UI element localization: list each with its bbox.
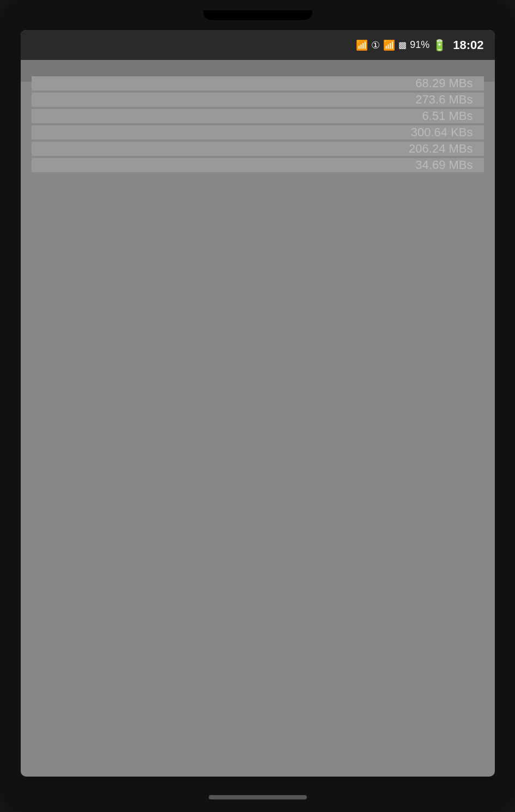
notification-icon: ① <box>371 39 380 51</box>
bg-list-item-1: 68.29 MBs <box>32 76 484 90</box>
wifi-icon: 📶 <box>356 39 368 51</box>
battery-icon: 🔋 <box>433 39 446 52</box>
bg-content: 68.29 MBs 273.6 MBs 6.51 MBs 300.64 KBs … <box>21 60 495 82</box>
screen: 📶 ① 📶 ▩ 91% 🔋 18:02 68.29 MBs 273.6 MBs … <box>21 30 495 777</box>
bottom-bar <box>0 782 515 812</box>
status-time: 18:02 <box>453 38 483 52</box>
status-icons: 📶 ① 📶 ▩ 91% 🔋 18:02 <box>356 38 483 52</box>
signal-icon: 📶 <box>383 39 395 51</box>
signal2-icon: ▩ <box>398 40 407 50</box>
status-bar: 📶 ① 📶 ▩ 91% 🔋 18:02 <box>21 30 495 60</box>
bg-list-item-2: 273.6 MBs <box>32 93 484 107</box>
notch-area <box>0 0 515 30</box>
bg-list-item-3: 6.51 MBs <box>32 109 484 123</box>
home-indicator <box>209 795 307 799</box>
phone-frame: 📶 ① 📶 ▩ 91% 🔋 18:02 68.29 MBs 273.6 MBs … <box>0 0 515 812</box>
bg-list-item-5: 206.24 MBs <box>32 142 484 156</box>
bg-list-item-4: 300.64 KBs <box>32 125 484 140</box>
bg-list-item-6: 34.69 MBs <box>32 158 484 172</box>
notch <box>203 10 312 20</box>
battery-percent: 91% <box>410 39 429 51</box>
